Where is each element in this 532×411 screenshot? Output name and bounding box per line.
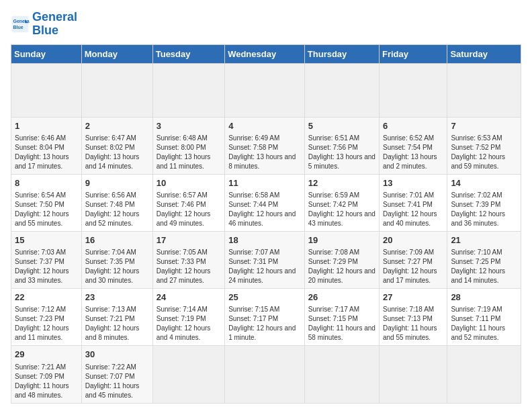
day-number: 9 (85, 177, 149, 189)
day-number: 8 (15, 177, 78, 189)
day-info: Daylight: 12 hours and 43 minutes. (308, 210, 375, 228)
day-info: Daylight: 12 hours and 20 minutes. (308, 267, 375, 285)
day-number: 25 (228, 291, 301, 304)
day-number: 10 (157, 177, 221, 189)
day-info: Daylight: 11 hours and 48 minutes. (15, 381, 78, 400)
day-info: Sunrise: 7:13 AM (85, 305, 149, 314)
day-info: Sunset: 7:29 PM (308, 257, 375, 267)
day-info: Sunset: 7:42 PM (308, 200, 375, 210)
day-info: Sunset: 7:39 PM (451, 200, 517, 210)
calendar-cell: 12Sunrise: 6:59 AMSunset: 7:42 PMDayligh… (304, 174, 379, 231)
calendar-cell: 2Sunrise: 6:47 AMSunset: 8:02 PMDaylight… (81, 117, 152, 174)
day-info: Daylight: 11 hours and 52 minutes. (451, 324, 517, 342)
day-info: Daylight: 12 hours and 40 minutes. (383, 210, 443, 228)
col-header-friday: Friday (379, 44, 447, 63)
day-info: Daylight: 13 hours and 11 minutes. (157, 152, 221, 171)
day-info: Sunset: 7:41 PM (383, 200, 443, 210)
day-number: 19 (308, 234, 375, 246)
day-info: Sunset: 7:31 PM (228, 257, 301, 267)
day-info: Daylight: 11 hours and 55 minutes. (383, 324, 443, 342)
calendar-cell: 21Sunrise: 7:10 AMSunset: 7:25 PMDayligh… (447, 231, 521, 288)
day-info: Sunset: 7:46 PM (157, 200, 221, 210)
calendar-cell (152, 346, 224, 403)
day-number: 22 (15, 291, 78, 304)
col-header-thursday: Thursday (304, 44, 379, 63)
day-info: Sunrise: 7:12 AM (15, 305, 78, 314)
day-number: 2 (85, 120, 149, 132)
day-info: Sunset: 8:04 PM (15, 143, 78, 152)
day-info: Sunrise: 7:08 AM (308, 248, 375, 257)
calendar-week-2: 8Sunrise: 6:54 AMSunset: 7:50 PMDaylight… (11, 174, 521, 231)
day-info: Sunrise: 6:49 AM (228, 134, 301, 143)
day-info: Sunrise: 6:52 AM (383, 134, 443, 143)
day-number: 1 (15, 120, 78, 132)
calendar-cell: 6Sunrise: 6:52 AMSunset: 7:54 PMDaylight… (379, 117, 447, 174)
day-info: Sunrise: 6:56 AM (85, 191, 149, 200)
day-number: 11 (228, 177, 301, 189)
logo-text: GeneralBlue (32, 11, 77, 38)
calendar-cell: 19Sunrise: 7:08 AMSunset: 7:29 PMDayligh… (304, 231, 379, 288)
day-info: Sunset: 7:50 PM (15, 200, 78, 210)
day-number: 4 (228, 120, 301, 132)
day-info: Sunset: 7:17 PM (228, 314, 301, 324)
calendar-cell: 15Sunrise: 7:03 AMSunset: 7:37 PMDayligh… (11, 231, 82, 288)
calendar-cell (379, 346, 447, 403)
day-info: Sunrise: 7:22 AM (85, 363, 149, 372)
day-info: Sunset: 7:52 PM (451, 143, 517, 152)
col-header-sunday: Sunday (11, 44, 82, 63)
calendar-cell: 10Sunrise: 6:57 AMSunset: 7:46 PMDayligh… (152, 174, 224, 231)
day-number: 14 (451, 177, 517, 189)
calendar-cell: 5Sunrise: 6:51 AMSunset: 7:56 PMDaylight… (304, 117, 379, 174)
day-info: Daylight: 12 hours and 8 minutes. (85, 324, 149, 342)
day-info: Sunrise: 7:05 AM (157, 248, 221, 257)
day-info: Sunset: 7:33 PM (157, 257, 221, 267)
day-info: Daylight: 13 hours and 17 minutes. (15, 152, 78, 171)
day-number: 18 (228, 234, 301, 246)
day-info: Sunset: 7:25 PM (451, 257, 517, 267)
day-info: Daylight: 12 hours and 55 minutes. (15, 210, 78, 228)
day-number: 7 (451, 120, 517, 132)
calendar-cell: 27Sunrise: 7:18 AMSunset: 7:13 PMDayligh… (379, 289, 447, 346)
calendar-cell: 4Sunrise: 6:49 AMSunset: 7:58 PMDaylight… (225, 117, 305, 174)
day-info: Sunrise: 6:47 AM (85, 134, 149, 143)
day-info: Sunrise: 7:18 AM (383, 305, 443, 314)
day-info: Sunset: 7:58 PM (228, 143, 301, 152)
day-info: Daylight: 12 hours and 46 minutes. (228, 210, 301, 228)
day-number: 6 (383, 120, 443, 132)
calendar-week-0 (11, 63, 521, 117)
calendar-cell: 9Sunrise: 6:56 AMSunset: 7:48 PMDaylight… (81, 174, 152, 231)
day-number: 13 (383, 177, 443, 189)
col-header-monday: Monday (81, 44, 152, 63)
day-info: Daylight: 13 hours and 2 minutes. (383, 152, 443, 171)
calendar-week-1: 1Sunrise: 6:46 AMSunset: 8:04 PMDaylight… (11, 117, 521, 174)
day-info: Daylight: 12 hours and 14 minutes. (451, 267, 517, 285)
calendar-cell (152, 63, 224, 117)
calendar-cell: 13Sunrise: 7:01 AMSunset: 7:41 PMDayligh… (379, 174, 447, 231)
day-info: Sunrise: 6:46 AM (15, 134, 78, 143)
day-info: Sunrise: 7:15 AM (228, 305, 301, 314)
calendar-cell (81, 63, 152, 117)
calendar-cell: 16Sunrise: 7:04 AMSunset: 7:35 PMDayligh… (81, 231, 152, 288)
day-info: Sunrise: 7:03 AM (15, 248, 78, 257)
calendar-cell: 8Sunrise: 6:54 AMSunset: 7:50 PMDaylight… (11, 174, 82, 231)
day-info: Sunset: 7:48 PM (85, 200, 149, 210)
day-info: Sunset: 7:21 PM (85, 314, 149, 324)
day-info: Daylight: 12 hours and 11 minutes. (15, 324, 78, 342)
calendar-cell (225, 346, 305, 403)
day-number: 15 (15, 234, 78, 246)
day-info: Sunset: 7:37 PM (15, 257, 78, 267)
day-info: Sunrise: 7:09 AM (383, 248, 443, 257)
day-number: 27 (383, 291, 443, 304)
day-info: Sunset: 7:56 PM (308, 143, 375, 152)
day-info: Sunset: 7:11 PM (451, 314, 517, 324)
calendar-cell: 3Sunrise: 6:48 AMSunset: 8:00 PMDaylight… (152, 117, 224, 174)
calendar-cell (225, 63, 305, 117)
day-number: 3 (157, 120, 221, 132)
calendar-week-5: 29Sunrise: 7:21 AMSunset: 7:09 PMDayligh… (11, 346, 521, 403)
calendar-cell (447, 63, 521, 117)
logo-icon: General Blue (11, 15, 30, 34)
calendar-table: SundayMondayTuesdayWednesdayThursdayFrid… (11, 44, 521, 404)
calendar-header: SundayMondayTuesdayWednesdayThursdayFrid… (11, 44, 521, 63)
col-header-tuesday: Tuesday (152, 44, 224, 63)
day-info: Sunrise: 7:10 AM (451, 248, 517, 257)
